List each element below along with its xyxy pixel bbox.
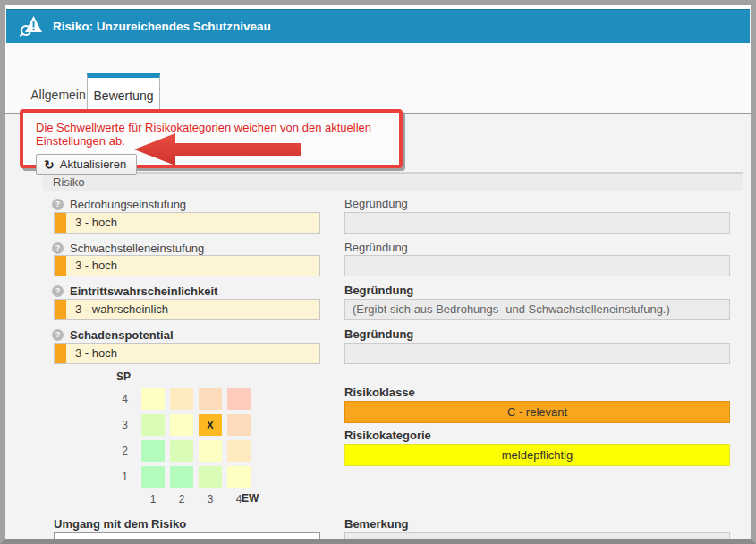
matrix-cell-ew2-sp2[interactable] bbox=[170, 440, 193, 462]
help-icon[interactable]: ? bbox=[52, 199, 64, 210]
label-bemerkung: Bemerkung bbox=[344, 517, 409, 531]
matrix-row-label-sp3: 3 bbox=[111, 414, 136, 436]
label-bedrohungseinstufung: ? Bedrohungseinstufung bbox=[52, 197, 186, 211]
risikokategorie-value-bar: meldepflichtig bbox=[344, 444, 730, 466]
label-eintrittswahrscheinlichkeit: ? Eintrittswahrscheinlichkeit bbox=[52, 284, 217, 298]
matrix-cell-ew1-sp3[interactable] bbox=[141, 414, 165, 436]
tab-bewertung[interactable]: Bewertung bbox=[87, 73, 160, 114]
matrix-cell-ew3-sp4[interactable] bbox=[199, 388, 222, 410]
umgang-dropdown[interactable]: behandeln bbox=[54, 532, 320, 539]
rating-accent-bar bbox=[55, 344, 66, 363]
begruendung-4-input[interactable] bbox=[344, 343, 730, 364]
begruendung-2-input[interactable] bbox=[344, 255, 730, 276]
label-schwachstelleneinstufung: ? Schwachstelleneinstufung bbox=[52, 241, 204, 255]
matrix-cell-ew2-sp4[interactable] bbox=[170, 388, 193, 410]
matrix-cell-ew4-sp3[interactable] bbox=[227, 414, 251, 436]
matrix-col-label-ew1: 1 bbox=[141, 492, 165, 514]
eintrittswahrscheinlichkeit-field[interactable]: 3 - wahrscheinlich bbox=[54, 299, 320, 320]
annotation-arrow bbox=[134, 133, 301, 166]
dialog-body: Risiko: Unzureichendes Schutzniveau Allg… bbox=[5, 5, 751, 539]
window-title: Risiko: Unzureichendes Schutzniveau bbox=[53, 20, 271, 33]
matrix-row-label-sp4: 4 bbox=[111, 388, 136, 410]
matrix-cell-ew2-sp1[interactable] bbox=[170, 466, 193, 488]
begruendung-1-input[interactable] bbox=[344, 212, 730, 234]
matrix-row-label-sp1: 1 bbox=[111, 466, 136, 488]
matrix-y-axis-label: SP bbox=[116, 370, 131, 383]
refresh-icon: ↻ bbox=[44, 158, 55, 171]
matrix-cell-ew4-sp2[interactable] bbox=[227, 440, 251, 462]
matrix-corner-spacer bbox=[111, 492, 136, 514]
rating-accent-bar bbox=[55, 256, 66, 276]
bemerkung-input[interactable] bbox=[344, 532, 730, 539]
help-icon[interactable]: ? bbox=[52, 329, 64, 341]
matrix-cell-ew3-sp1[interactable] bbox=[199, 466, 222, 488]
matrix-cell-ew1-sp2[interactable] bbox=[141, 440, 165, 462]
matrix-x-axis-label: EW bbox=[242, 492, 259, 505]
help-icon[interactable]: ? bbox=[52, 285, 64, 297]
risikoklasse-value-bar: C - relevant bbox=[344, 401, 730, 423]
label-begruendung-2: Begründung bbox=[344, 241, 408, 255]
rating-accent-bar bbox=[55, 300, 66, 319]
matrix-col-label-ew3: 3 bbox=[199, 492, 222, 514]
risk-matrix-grid: 43X211234 bbox=[111, 388, 251, 514]
matrix-cell-ew3-sp3[interactable]: X bbox=[199, 414, 222, 436]
rating-accent-bar bbox=[55, 213, 66, 233]
label-risikokategorie: Risikokategorie bbox=[344, 429, 431, 443]
schadenspotential-field[interactable]: 3 - hoch bbox=[54, 343, 320, 364]
bedrohungseinstufung-field[interactable]: 3 - hoch bbox=[54, 212, 320, 234]
matrix-cell-ew4-sp4[interactable] bbox=[227, 388, 251, 410]
matrix-cell-ew4-sp1[interactable] bbox=[227, 466, 251, 488]
title-bar: Risiko: Unzureichendes Schutzniveau bbox=[6, 9, 750, 43]
risk-dialog-window: Risiko: Unzureichendes Schutzniveau Allg… bbox=[0, 0, 756, 544]
label-umgang-mit-dem-risiko: Umgang mit dem Risiko bbox=[54, 517, 186, 531]
matrix-row-label-sp2: 2 bbox=[111, 440, 136, 462]
risk-warning-magnifier-icon bbox=[19, 14, 43, 38]
label-schadenspotential: ? Schadenspotential bbox=[52, 327, 174, 342]
matrix-cell-ew1-sp1[interactable] bbox=[141, 466, 165, 488]
schwachstelleneinstufung-field[interactable]: 3 - hoch bbox=[54, 255, 320, 276]
tab-allgemein[interactable]: Allgemein bbox=[30, 75, 86, 114]
label-risikoklasse: Risikoklasse bbox=[344, 386, 415, 400]
label-begruendung-4: Begründung bbox=[344, 327, 413, 342]
label-begruendung-1: Begründung bbox=[344, 197, 408, 211]
matrix-cell-ew3-sp2[interactable] bbox=[199, 440, 222, 462]
begruendung-3-input[interactable]: (Ergibt sich aus Bedrohungs- und Schwach… bbox=[344, 299, 730, 320]
matrix-cell-ew2-sp3[interactable] bbox=[170, 414, 193, 436]
help-icon[interactable]: ? bbox=[52, 242, 64, 254]
matrix-col-label-ew2: 2 bbox=[170, 492, 193, 514]
aktualisieren-button[interactable]: ↻ Aktualisieren bbox=[36, 154, 137, 175]
label-begruendung-3: Begründung bbox=[344, 284, 413, 298]
aktualisieren-button-label: Aktualisieren bbox=[60, 157, 126, 171]
matrix-cell-ew1-sp4[interactable] bbox=[141, 388, 165, 410]
